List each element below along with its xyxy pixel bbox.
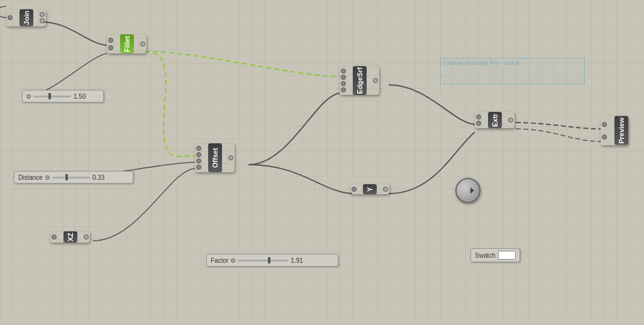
port-dot <box>341 75 346 80</box>
swatch-color-display[interactable] <box>498 251 516 260</box>
capture-rectangle: Capture rectangle Pro - v2.6.0 <box>440 58 585 84</box>
join-right-ports: P C <box>33 9 47 26</box>
port-c-fillet-in: C <box>108 37 119 43</box>
port-dot <box>108 38 113 43</box>
radius-slider[interactable]: 1.50 <box>22 90 104 102</box>
slider-track[interactable] <box>33 96 71 97</box>
port-dot-slider-out <box>231 258 235 263</box>
port-b: B <box>476 114 487 120</box>
port-dot <box>40 18 45 23</box>
swatch-node[interactable]: Swatch <box>470 248 520 262</box>
port-r-fillet-in: R <box>108 45 119 51</box>
edgesrf-right-ports: S <box>367 66 379 95</box>
xz-right-ports: P <box>77 231 90 243</box>
xz-label: XZ <box>64 231 77 243</box>
factor-label: Factor <box>211 257 228 264</box>
port-dot <box>108 45 113 50</box>
port-dot <box>196 158 201 163</box>
port-p-out: P <box>79 234 89 240</box>
preview-left-ports: G M <box>601 116 614 145</box>
port-c-fillet-out: C <box>135 41 146 47</box>
port-dot <box>352 187 357 192</box>
port-c-out: C <box>223 155 234 161</box>
slider-track[interactable] <box>52 177 90 179</box>
port-d: D <box>476 120 487 126</box>
port-dot <box>84 234 89 240</box>
edgesrf-node[interactable]: A B C D EdgeSrf S <box>340 66 379 95</box>
offset-left-ports: C D P C <box>195 143 208 172</box>
xz-left-ports: O <box>50 231 64 243</box>
port-dot <box>476 121 481 126</box>
fillet-node[interactable]: C R Fillet C <box>107 35 147 53</box>
extr-right-ports: E <box>502 112 514 128</box>
offset-node[interactable]: C D P C Offset C <box>195 143 235 172</box>
distance-label: Distance <box>18 174 43 181</box>
port-dot-slider-out <box>45 175 50 180</box>
port-dot <box>8 15 13 20</box>
slider-thumb <box>65 174 68 180</box>
extr-label: Extr <box>488 112 502 128</box>
edgesrf-label: EdgeSrf <box>353 66 367 95</box>
offset-label: Offset <box>208 143 222 172</box>
port-c: C <box>341 80 352 87</box>
spinner-widget[interactable] <box>455 178 480 203</box>
factor-slider[interactable]: Factor 1.91 <box>206 254 338 267</box>
port-dot <box>196 165 201 170</box>
port-dot <box>52 234 57 240</box>
port-c1: C <box>196 145 207 151</box>
port-dot <box>383 187 388 192</box>
capture-label: Capture rectangle Pro - v2.6.0 <box>443 60 519 66</box>
port-d: D <box>196 151 207 158</box>
port-dot <box>373 78 378 83</box>
port-v-out: V <box>378 186 388 192</box>
slider-track[interactable] <box>238 260 288 262</box>
port-dot <box>40 12 45 17</box>
port-p: P <box>196 158 207 164</box>
port-g: G <box>602 121 613 128</box>
y-right-ports: V <box>377 184 389 194</box>
edgesrf-left-ports: A B C D <box>340 66 353 95</box>
slider-thumb <box>48 93 51 99</box>
y-component-node[interactable]: F Y V <box>350 184 389 194</box>
swatch-label: Swatch <box>475 252 496 259</box>
radius-value: 1.50 <box>74 93 86 100</box>
port-dot <box>476 114 481 119</box>
port-b: B <box>341 74 352 80</box>
join-label: Join <box>19 9 33 26</box>
distance-slider[interactable]: Distance 0.33 <box>14 171 133 184</box>
port-dot <box>508 118 513 123</box>
port-dot-slider-out <box>26 94 31 99</box>
join-left-ports: C <box>6 9 19 26</box>
port-dot <box>602 122 607 127</box>
fillet-right-ports: C <box>134 35 147 53</box>
preview-node[interactable]: G M Preview <box>601 116 628 145</box>
xz-plane-node[interactable]: O XZ P <box>50 231 90 243</box>
distance-value: 0.33 <box>92 174 104 181</box>
port-dot <box>341 69 346 74</box>
join-node[interactable]: C Join P C <box>6 9 46 26</box>
port-dot <box>140 41 145 47</box>
port-dot <box>341 81 346 86</box>
factor-value: 1.91 <box>291 257 303 264</box>
port-d: D <box>341 87 352 93</box>
port-dot <box>602 135 607 140</box>
port-s-out: S <box>368 77 378 84</box>
port-p-join-out: P <box>35 11 45 18</box>
extr-left-ports: B D <box>475 112 488 128</box>
y-left-ports: F <box>350 184 363 194</box>
extr-node[interactable]: B D Extr E <box>475 112 514 128</box>
fillet-left-ports: C R <box>107 35 120 53</box>
port-c2: C <box>196 164 207 170</box>
port-dot <box>196 146 201 151</box>
port-dot <box>196 152 201 157</box>
preview-label: Preview <box>614 116 628 145</box>
offset-right-ports: C <box>222 143 235 172</box>
port-o: O <box>52 234 62 240</box>
y-label: Y <box>363 184 377 194</box>
port-dot <box>341 87 346 92</box>
spinner-arrow <box>470 187 474 194</box>
port-c-join-out: C <box>35 18 45 24</box>
port-f: F <box>352 186 362 192</box>
fillet-label: Fillet <box>120 35 134 53</box>
port-c-join-in: C <box>8 14 18 21</box>
